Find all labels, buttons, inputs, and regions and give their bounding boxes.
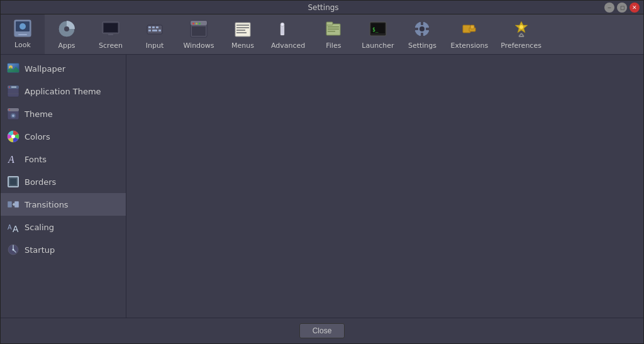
svg-rect-27 <box>236 32 247 33</box>
svg-point-67 <box>11 135 15 138</box>
window-title: Settings <box>42 3 604 12</box>
svg-rect-20 <box>196 23 197 25</box>
svg-text:A: A <box>13 224 19 233</box>
startup-icon <box>7 243 19 256</box>
input-icon <box>145 19 165 39</box>
main-content <box>126 55 643 318</box>
svg-rect-12 <box>152 26 155 28</box>
svg-point-45 <box>419 26 425 31</box>
svg-rect-44 <box>426 28 430 30</box>
toolbar-item-advanced[interactable]: Advanced <box>265 14 311 54</box>
svg-point-65 <box>12 114 14 117</box>
toolbar-item-menus[interactable]: Menus <box>221 14 265 54</box>
colors-icon <box>7 130 19 143</box>
svg-rect-8 <box>108 34 113 35</box>
maximize-button[interactable]: ◻ <box>617 3 627 13</box>
svg-rect-15 <box>152 30 157 31</box>
svg-rect-71 <box>8 201 12 208</box>
toolbar-label-look: Look <box>14 41 31 49</box>
sidebar-label-fonts: Fonts <box>25 155 47 164</box>
toolbar-item-preferences[interactable]: Preferences <box>494 14 548 54</box>
menus-icon <box>233 19 253 39</box>
titlebar: Settings – ◻ ✕ <box>1 1 643 14</box>
toolbar-item-extensions[interactable]: Extensions <box>444 14 494 54</box>
window-controls: – ◻ ✕ <box>604 3 640 13</box>
toolbar-item-look[interactable]: Look <box>1 14 45 54</box>
svg-rect-48 <box>470 25 474 29</box>
sidebar-item-transitions[interactable]: Transitions <box>1 193 126 216</box>
footer: Close <box>1 318 643 343</box>
svg-rect-72 <box>14 201 19 208</box>
svg-rect-25 <box>236 27 249 28</box>
sidebar-item-startup[interactable]: Startup <box>1 238 126 261</box>
toolbar-label-extensions: Extensions <box>450 42 488 50</box>
sidebar-item-wallpaper[interactable]: Wallpaper <box>1 57 126 80</box>
svg-point-76 <box>13 249 14 251</box>
sidebar-label-transitions: Transitions <box>25 200 69 209</box>
svg-point-49 <box>519 25 523 29</box>
content-area: Wallpaper Application Theme <box>1 55 643 318</box>
close-button[interactable]: ✕ <box>630 3 640 13</box>
extensions-icon <box>459 19 479 39</box>
sidebar-item-colors[interactable]: Colors <box>1 125 126 148</box>
svg-rect-70 <box>10 179 16 185</box>
application-theme-icon <box>7 85 19 97</box>
files-icon <box>323 19 343 39</box>
minimize-button[interactable]: – <box>604 3 614 13</box>
toolbar-item-screen[interactable]: Screen <box>89 14 133 54</box>
sidebar-item-borders[interactable]: Borders <box>1 170 126 193</box>
svg-rect-59 <box>11 87 16 88</box>
toolbar-item-apps[interactable]: Apps <box>45 14 89 54</box>
close-button[interactable]: Close <box>299 323 345 338</box>
toolbar-label-launcher: Launcher <box>362 42 394 50</box>
svg-point-2 <box>19 23 26 30</box>
svg-rect-11 <box>148 26 151 28</box>
toolbar-item-settings[interactable]: Settings <box>400 14 444 54</box>
toolbar-label-input: Input <box>146 42 164 50</box>
toolbar-label-advanced: Advanced <box>271 42 305 50</box>
svg-rect-41 <box>421 21 423 25</box>
svg-rect-42 <box>421 33 423 36</box>
toolbar-label-windows: Windows <box>183 42 214 50</box>
sidebar-label-colors: Colors <box>25 132 50 141</box>
sidebar-label-startup: Startup <box>25 245 55 255</box>
look-icon <box>13 18 33 38</box>
svg-point-31 <box>282 24 283 26</box>
windows-icon <box>189 19 209 39</box>
advanced-icon <box>278 19 298 39</box>
toolbar-label-apps: Apps <box>58 42 75 50</box>
svg-rect-3 <box>18 34 27 35</box>
toolbar-label-screen: Screen <box>99 42 123 50</box>
svg-rect-7 <box>104 23 118 32</box>
sidebar-label-application-theme: Application Theme <box>25 87 101 96</box>
apps-icon <box>57 19 77 39</box>
svg-rect-16 <box>158 30 161 31</box>
toolbar-label-menus: Menus <box>231 42 254 50</box>
sidebar-item-fonts[interactable]: A Fonts <box>1 148 126 170</box>
sidebar-label-borders: Borders <box>25 177 56 187</box>
svg-rect-33 <box>326 22 333 25</box>
sidebar-label-scaling: Scaling <box>25 223 54 232</box>
sidebar-item-application-theme[interactable]: Application Theme <box>1 80 126 103</box>
svg-rect-13 <box>156 26 158 28</box>
svg-rect-43 <box>414 28 418 30</box>
sidebar-label-wallpaper: Wallpaper <box>25 64 65 74</box>
sidebar-item-scaling[interactable]: A A Scaling <box>1 216 126 238</box>
svg-rect-35 <box>328 29 339 30</box>
svg-rect-19 <box>192 23 194 25</box>
toolbar: Look Apps Scree <box>1 14 643 55</box>
launcher-icon: $_ <box>368 19 388 39</box>
borders-icon <box>7 175 19 188</box>
toolbar-item-input[interactable]: Input <box>133 14 177 54</box>
sidebar: Wallpaper Application Theme <box>1 55 126 318</box>
main-window: Settings – ◻ ✕ Look <box>0 0 644 344</box>
toolbar-item-files[interactable]: Files <box>311 14 355 54</box>
svg-rect-34 <box>328 26 339 28</box>
svg-text:A: A <box>8 224 12 231</box>
toolbar-item-windows[interactable]: Windows <box>177 14 221 54</box>
preferences-icon <box>511 19 531 39</box>
toolbar-item-launcher[interactable]: $_ Launcher <box>355 14 400 54</box>
svg-rect-9 <box>107 35 114 36</box>
sidebar-item-theme[interactable]: Theme <box>1 103 126 125</box>
svg-rect-21 <box>199 23 201 25</box>
